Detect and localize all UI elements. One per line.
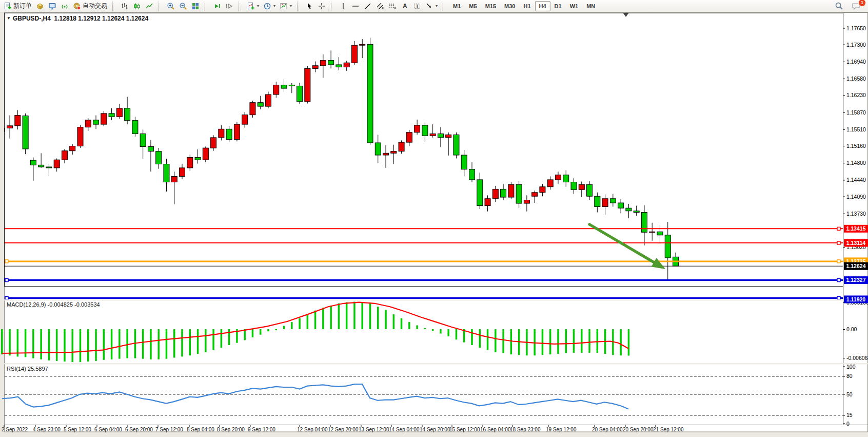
toolbar-separator — [297, 2, 300, 11]
new-order-button[interactable]: 新订单 — [2, 1, 34, 11]
arrow-objects-icon — [425, 2, 433, 10]
toolbar-separator — [443, 2, 446, 11]
price-axis-tick: 1.16230 — [846, 92, 866, 98]
bar-chart-button[interactable] — [119, 1, 131, 11]
signal-icon — [61, 2, 69, 10]
vertical-line-tool-button[interactable] — [337, 1, 349, 11]
auto-scroll-icon — [213, 2, 221, 10]
timeframe-mn-button[interactable]: MN — [582, 1, 599, 11]
date-axis-label: 15 Sep 12:00 — [449, 427, 480, 432]
date-axis-label: 16 Sep 04:00 — [480, 427, 511, 432]
timeframe-bar: M1 M5 M15 M30 H1 H4 D1 W1 MN — [447, 1, 601, 12]
crosshair-icon — [318, 2, 326, 10]
date-axis-label: 9 Sep 12:00 — [248, 427, 275, 432]
line-chart-button[interactable] — [143, 1, 155, 11]
horizontal-line-tool-button[interactable] — [349, 1, 362, 11]
timeframe-h4-button[interactable]: H4 — [535, 1, 550, 11]
rsi-axis-label: 15 — [846, 412, 853, 418]
arrows-tool-button[interactable]: ▾ — [423, 1, 440, 11]
chart-shift-button[interactable] — [223, 1, 235, 11]
timeframe-m15-button[interactable]: M15 — [481, 1, 500, 11]
dropdown-caret-icon: ▾ — [290, 4, 292, 8]
rsi-axis-label: 0 — [846, 421, 850, 427]
level-price-badge: 1.13114 — [844, 239, 868, 247]
toolbar-separator — [112, 2, 115, 11]
rsi-indicator-label: RSI(14) 25.5897 — [7, 366, 48, 372]
equidistant-channel-icon: E — [376, 2, 384, 10]
timeframe-m1-button[interactable]: M1 — [449, 1, 465, 11]
text-label-tool-button[interactable]: T — [411, 1, 423, 11]
price-axis-tick: 1.16940 — [846, 59, 866, 65]
price-axis-tick: 1.15160 — [846, 143, 866, 149]
indicators-button[interactable]: ▾ — [245, 1, 261, 11]
search-button[interactable] — [833, 1, 845, 11]
date-axis-label: 6 Sep 20:00 — [125, 427, 153, 432]
macd-indicator-label: MACD(12,26,9) -0.004825 -0.003534 — [7, 301, 100, 308]
candle-chart-button[interactable] — [131, 1, 143, 11]
search-icon — [835, 2, 843, 10]
date-axis-label: 5 Sep 12:00 — [64, 427, 91, 432]
chart-canvas[interactable]: 1.176501.173001.169401.165801.162301.158… — [0, 0, 868, 437]
auto-scroll-button[interactable] — [211, 1, 223, 11]
channel-tool-button[interactable]: E — [374, 1, 386, 11]
date-axis-label: 20 Sep 20:00 — [623, 427, 654, 432]
crosshair-tool-button[interactable] — [315, 1, 328, 11]
zoom-out-button[interactable] — [177, 1, 189, 11]
cursor-tool-button[interactable] — [303, 1, 315, 11]
gold-cube-icon — [36, 2, 44, 10]
autotrading-icon — [73, 2, 81, 10]
pane-separator[interactable] — [4, 363, 868, 364]
dropdown-caret-icon: ▾ — [257, 4, 259, 8]
date-axis-label: 21 Sep 12:00 — [653, 427, 684, 432]
date-axis-label: 7 Sep 12:00 — [155, 427, 183, 432]
level-price-badge: 1.12327 — [844, 276, 868, 284]
date-axis-label: 6 Sep 04:00 — [94, 427, 122, 432]
tile-windows-icon — [191, 2, 200, 10]
pane-separator[interactable] — [4, 299, 868, 300]
toolbar-separator — [159, 2, 162, 11]
toolbar-separator — [331, 2, 334, 11]
macd-axis-label: 0.00 — [846, 326, 857, 332]
timeframe-m5-button[interactable]: M5 — [465, 1, 481, 11]
zoom-in-button[interactable] — [165, 1, 177, 11]
svg-text:1.12327: 1.12327 — [846, 277, 866, 283]
notifications-button[interactable]: 1 — [850, 1, 863, 11]
date-axis-label: 12 Sep 20:00 — [328, 427, 359, 432]
date-axis-label: 8 Sep 20:00 — [217, 427, 245, 432]
timeframe-m30-button[interactable]: M30 — [500, 1, 519, 11]
indicators-icon — [247, 2, 255, 10]
svg-text:1.13415: 1.13415 — [846, 225, 866, 232]
templates-button[interactable]: ▾ — [278, 1, 294, 11]
fibonacci-tool-button[interactable]: F — [386, 1, 399, 11]
signals-button[interactable] — [58, 1, 71, 11]
vertical-line-icon — [339, 2, 347, 10]
macd-axis-label: -0.006064 — [846, 355, 868, 361]
periods-button[interactable]: ▾ — [261, 1, 278, 11]
line-chart-icon — [145, 2, 153, 10]
monitor-icon — [48, 2, 56, 10]
dropdown-caret-icon: ▾ — [436, 4, 438, 8]
svg-text:1.13114: 1.13114 — [846, 240, 866, 246]
text-tool-button[interactable]: A — [399, 1, 411, 11]
date-axis-label: 13 Sep 12:00 — [359, 427, 389, 432]
timeframe-w1-button[interactable]: W1 — [566, 1, 583, 11]
date-axis-label: 12 Sep 04:00 — [297, 427, 328, 432]
autotrading-button[interactable]: 自动交易 — [71, 1, 109, 11]
timeframe-d1-button[interactable]: D1 — [550, 1, 566, 11]
line-endpoint-marker — [837, 227, 840, 230]
clock-icon — [263, 2, 271, 10]
main-pane — [5, 13, 843, 287]
line-endpoint-marker — [5, 260, 8, 263]
current-price-badge: 1.12624 — [844, 262, 868, 270]
market-watch-button[interactable] — [34, 1, 46, 11]
trendline-tool-button[interactable] — [362, 1, 374, 11]
timeframe-h1-button[interactable]: H1 — [519, 1, 535, 11]
tile-windows-button[interactable] — [189, 1, 202, 11]
data-window-button[interactable] — [46, 1, 58, 11]
line-endpoint-marker — [837, 279, 840, 282]
quick-trade-collapse-icon[interactable]: ▼ — [7, 16, 11, 21]
svg-text:1.11920: 1.11920 — [846, 296, 866, 302]
date-axis-label: 18 Sep 23:00 — [510, 427, 541, 432]
date-axis-label: 14 Sep 04:00 — [389, 427, 420, 432]
text-label-icon: T — [413, 2, 421, 10]
